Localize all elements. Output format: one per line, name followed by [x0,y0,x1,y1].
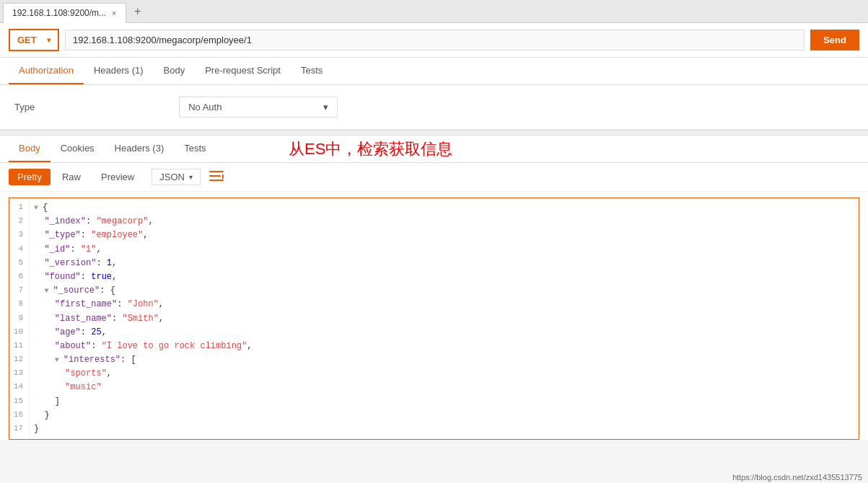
line-number: 8 [9,298,30,311]
line-content: ▼ "interests": [ [34,353,136,367]
json-line: 6 "found": true, [9,270,859,284]
tab-bar: 192.168.1.108:9200/m... × + [0,0,868,23]
format-tab-pretty[interactable]: Pretty [9,169,51,185]
tab-headers[interactable]: Headers (1) [84,58,154,84]
line-content: "last_name": "Smith", [34,312,164,326]
wrap-icon[interactable] [209,170,224,185]
format-type-value: JSON [159,172,185,182]
svg-rect-1 [209,175,221,177]
json-line: 14 "music" [9,381,859,394]
fold-arrow[interactable]: ▼ [55,356,63,364]
line-number: 9 [9,312,30,325]
json-line: 8 "first_name": "John", [9,298,859,311]
auth-type-select[interactable]: No Auth ▾ [179,97,338,118]
fold-arrow[interactable]: ▼ [44,287,53,295]
tab-authorization[interactable]: Authorization [9,58,84,84]
json-line: 9 "last_name": "Smith", [9,312,859,326]
json-line: 1▼ { [9,201,859,215]
response-header: Body Cookies Headers (3) Tests 从ES中，检索获取… [0,136,868,163]
line-number: 6 [9,270,30,283]
annotation-text: 从ES中，检索获取信息 [289,138,452,160]
svg-rect-2 [209,180,224,181]
line-number: 3 [9,229,30,241]
response-area: Body Cookies Headers (3) Tests 从ES中，检索获取… [0,136,868,440]
tab-title: 192.168.1.108:9200/m... [12,8,106,18]
line-number: 1 [9,201,30,214]
line-number: 5 [9,257,30,270]
line-content: "_type": "employee", [34,229,148,242]
line-content: "about": "I love to go rock climbing", [34,340,252,353]
json-line: 17} [9,422,859,436]
url-bar-area: GET ▾ Send [0,23,868,58]
response-tab-body[interactable]: Body [9,136,51,162]
type-label: Type [14,102,35,112]
auth-type-row: Type No Auth ▾ [0,85,868,130]
auth-type-value: No Auth [188,102,222,112]
svg-marker-3 [222,174,224,180]
new-tab-button[interactable]: + [129,3,146,20]
format-type-select[interactable]: JSON ▾ [152,169,201,185]
url-input[interactable] [65,30,805,50]
line-number: 7 [9,284,30,297]
line-number: 10 [9,326,30,339]
auth-type-chevron-icon: ▾ [323,102,328,112]
line-number: 11 [9,340,30,353]
line-content: ▼ "_source": { [34,284,115,298]
json-line: 11 "about": "I love to go rock climbing"… [9,340,859,353]
line-content: "_id": "1", [34,243,102,257]
line-number: 15 [9,395,30,408]
line-number: 14 [9,381,30,394]
line-content: "first_name": "John", [34,298,164,311]
json-line: 10 "age": 25, [9,326,859,340]
format-tab-raw[interactable]: Raw [53,169,89,185]
json-line: 4 "_id": "1", [9,243,859,257]
line-number: 13 [9,367,30,380]
line-number: 16 [9,409,30,422]
line-content: "_index": "megacorp", [34,215,154,229]
json-line: 16 } [9,409,859,422]
response-tab-cookies[interactable]: Cookies [51,136,105,162]
line-content: ] [34,395,60,409]
json-line: 3 "_type": "employee", [9,229,859,242]
method-dropdown[interactable]: GET ▾ [9,29,59,51]
tab-close-icon[interactable]: × [112,9,116,17]
line-number: 12 [9,353,30,366]
tab-pre-request-script[interactable]: Pre-request Script [195,58,291,84]
response-tab-headers[interactable]: Headers (3) [105,136,175,162]
format-bar: Pretty Raw Preview JSON ▾ [0,163,868,192]
tab-body[interactable]: Body [154,58,196,84]
line-number: 4 [9,243,30,256]
format-type-chevron-icon: ▾ [189,173,193,181]
line-content: "age": 25, [34,326,107,340]
line-content: "_version": 1, [34,257,117,270]
json-line: 7 ▼ "_source": { [9,284,859,298]
json-line: 12 ▼ "interests": [ [9,353,859,367]
section-divider [0,130,868,136]
json-output: 1▼ {2 "_index": "megacorp",3 "_type": "e… [9,198,859,440]
line-content: } [34,422,39,436]
json-line: 5 "_version": 1, [9,257,859,270]
line-content: "sports", [34,367,112,381]
svg-rect-0 [209,171,224,172]
line-content: } [34,409,50,422]
json-line: 13 "sports", [9,367,859,381]
response-tabs: Body Cookies Headers (3) Tests [9,136,216,162]
fold-arrow[interactable]: ▼ [34,204,43,212]
line-content: ▼ { [34,201,48,215]
line-number: 2 [9,215,30,228]
send-button[interactable]: Send [810,30,859,50]
json-line: 2 "_index": "megacorp", [9,215,859,229]
json-line: 15 ] [9,395,859,409]
response-tab-tests[interactable]: Tests [174,136,216,162]
line-number: 17 [9,422,30,435]
line-content: "found": true, [34,270,117,284]
request-tabs: Authorization Headers (1) Body Pre-reque… [0,58,868,85]
method-label: GET [17,35,37,45]
tab-tests[interactable]: Tests [291,58,333,84]
format-tab-preview[interactable]: Preview [92,169,143,185]
line-content: "music" [34,381,102,394]
browser-tab[interactable]: 192.168.1.108:9200/m... × [3,3,126,23]
method-chevron-icon: ▾ [47,36,51,44]
